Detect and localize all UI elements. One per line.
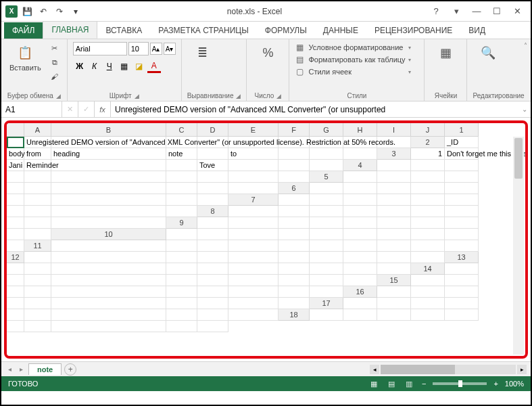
cell[interactable] — [411, 286, 445, 298]
cell[interactable] — [51, 171, 166, 183]
row-header[interactable]: 9 — [166, 217, 197, 229]
cell[interactable] — [7, 171, 24, 183]
row-header[interactable]: 17 — [310, 298, 343, 309]
cell[interactable] — [24, 183, 51, 194]
cell[interactable] — [7, 309, 24, 321]
cell[interactable] — [166, 183, 197, 194]
row-header[interactable]: 8 — [197, 206, 228, 217]
cells-button[interactable]: ▦ — [430, 42, 461, 64]
cell[interactable] — [197, 217, 228, 229]
cell[interactable] — [279, 263, 310, 275]
row-header[interactable]: 6 — [279, 183, 310, 194]
cell[interactable] — [51, 275, 166, 286]
cell[interactable] — [445, 286, 479, 298]
cell[interactable] — [7, 137, 24, 148]
cell[interactable] — [377, 160, 411, 171]
paste-button[interactable]: 📋 Вставить — [7, 42, 44, 73]
cell[interactable]: _ID — [445, 137, 479, 148]
cell[interactable] — [228, 252, 279, 263]
cell[interactable]: heading — [51, 148, 166, 160]
copy-icon[interactable]: ⧉ — [48, 56, 62, 68]
cell[interactable] — [24, 229, 51, 240]
cell[interactable] — [310, 275, 343, 286]
column-header[interactable]: F — [279, 123, 310, 137]
cell[interactable] — [310, 148, 343, 160]
formula-input-wrap[interactable] — [111, 102, 518, 117]
cell[interactable] — [377, 206, 411, 217]
zoom-in-icon[interactable]: + — [492, 380, 499, 388]
cell[interactable] — [166, 298, 197, 309]
cell[interactable] — [411, 229, 445, 240]
row-header[interactable]: 13 — [445, 252, 479, 263]
cell[interactable] — [51, 217, 166, 229]
cell[interactable] — [197, 194, 228, 206]
row-header[interactable]: 16 — [343, 286, 377, 298]
cell[interactable] — [343, 240, 377, 252]
column-header[interactable]: G — [310, 123, 343, 137]
alignment-button[interactable]: ≣ — [187, 42, 218, 64]
zoom-level[interactable]: 100% — [505, 380, 524, 388]
scrollbar-thumb[interactable] — [514, 138, 523, 179]
tab-data[interactable]: ДАННЫЕ — [315, 22, 366, 39]
increase-font-icon[interactable]: A▴ — [150, 43, 162, 55]
horizontal-scrollbar[interactable]: ◂ ▸ — [79, 365, 527, 374]
cell[interactable] — [228, 240, 279, 252]
cell[interactable] — [51, 298, 166, 309]
cell[interactable] — [51, 194, 166, 206]
column-header[interactable]: B — [51, 123, 166, 137]
cell[interactable]: Tove — [197, 160, 228, 171]
select-all-corner[interactable] — [7, 123, 24, 137]
cell[interactable] — [7, 240, 24, 252]
cell[interactable] — [166, 171, 197, 183]
border-icon[interactable]: ▦ — [118, 60, 131, 73]
row-header[interactable]: 7 — [228, 194, 279, 206]
cell[interactable] — [24, 194, 51, 206]
cell[interactable] — [377, 194, 411, 206]
redo-icon[interactable]: ↷ — [53, 5, 66, 18]
tab-nav-left-icon[interactable]: ◂ — [5, 365, 14, 373]
insert-function-icon[interactable]: fx — [95, 102, 111, 117]
font-dialog-launcher-icon[interactable]: ◢ — [135, 93, 139, 99]
underline-button[interactable]: Ч — [103, 60, 116, 73]
undo-icon[interactable]: ↶ — [37, 5, 50, 18]
formula-input[interactable] — [115, 105, 514, 114]
cell[interactable] — [377, 217, 411, 229]
column-header[interactable]: C — [166, 123, 197, 137]
name-box[interactable] — [1, 102, 62, 117]
cell[interactable] — [279, 298, 310, 309]
cell[interactable] — [310, 194, 343, 206]
cell[interactable] — [445, 206, 479, 217]
cell[interactable] — [445, 240, 479, 252]
font-color-icon[interactable]: A — [147, 60, 161, 73]
cell[interactable] — [228, 263, 279, 275]
cell[interactable] — [343, 309, 377, 321]
row-header[interactable]: 3 — [377, 148, 411, 160]
cell[interactable] — [228, 275, 279, 286]
cell[interactable] — [7, 217, 24, 229]
cell[interactable] — [197, 240, 228, 252]
cell[interactable] — [377, 309, 411, 321]
cell[interactable] — [166, 160, 197, 171]
new-sheet-icon[interactable]: + — [64, 363, 76, 376]
cell[interactable] — [24, 286, 51, 298]
cell[interactable]: Reminder — [24, 160, 51, 171]
cell[interactable] — [51, 137, 166, 148]
cell[interactable] — [279, 160, 310, 171]
cell[interactable] — [51, 263, 166, 275]
cell[interactable] — [24, 171, 51, 183]
cell[interactable] — [166, 275, 197, 286]
cell[interactable] — [377, 263, 411, 275]
row-header[interactable]: 5 — [310, 171, 343, 183]
enter-formula-icon[interactable]: ✓ — [78, 102, 95, 117]
decrease-font-icon[interactable]: A▾ — [164, 43, 176, 55]
cell[interactable] — [24, 217, 51, 229]
cell[interactable] — [7, 321, 24, 332]
cell[interactable] — [7, 263, 24, 275]
cell[interactable] — [279, 217, 310, 229]
hscroll-right-icon[interactable]: ▸ — [517, 365, 527, 374]
cell[interactable] — [310, 160, 343, 171]
grid[interactable]: ABCDEFGHIJ12_IDbodyfromheadingnoteto31Do… — [7, 123, 525, 344]
cell[interactable] — [7, 183, 24, 194]
cell[interactable] — [7, 298, 24, 309]
cell[interactable] — [24, 298, 51, 309]
